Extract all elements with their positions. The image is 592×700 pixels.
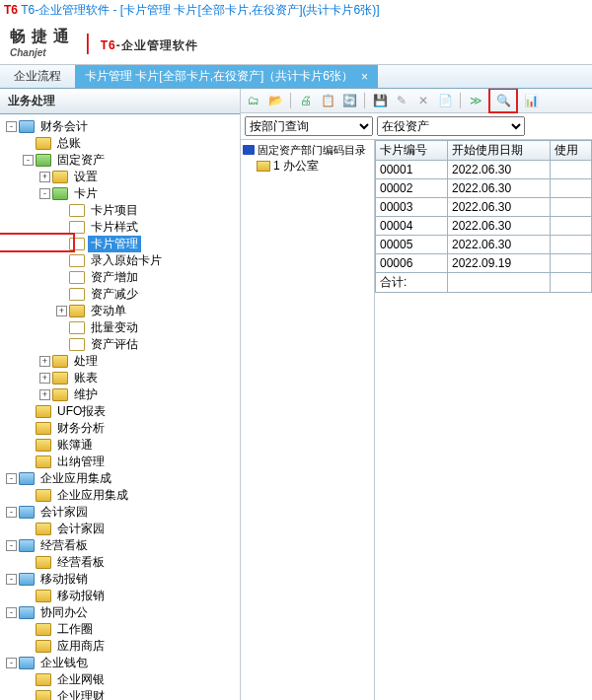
tree-node[interactable]: +账表 [0, 370, 240, 386]
grid-col-header[interactable]: 开始使用日期 [448, 141, 551, 161]
filter-status[interactable]: 在役资产 [377, 116, 525, 136]
folder-icon [36, 623, 51, 636]
tree-node[interactable]: UFO报表 [0, 403, 240, 420]
expander-icon[interactable]: - [6, 121, 17, 132]
expander-icon[interactable]: + [39, 356, 50, 367]
tab-main[interactable]: 企业流程 [0, 65, 75, 88]
tree-node[interactable]: +设置 [0, 169, 240, 185]
tree-node[interactable]: 资产评估 [0, 336, 240, 353]
tree-node[interactable]: -卡片 [0, 185, 240, 202]
book-icon [243, 145, 255, 155]
toolbar-find-button[interactable]: 🔍 [494, 92, 512, 109]
file-icon [69, 271, 85, 284]
expander-icon[interactable]: - [6, 658, 17, 668]
nav-tree[interactable]: -财务会计总账-固定资产+设置-卡片卡片项目卡片样式卡片管理录入原始卡片资产增加… [0, 114, 240, 700]
toolbar-button[interactable]: 📋 [319, 92, 336, 109]
tree-node-label: 工作圈 [54, 621, 96, 638]
expander-icon[interactable]: - [6, 540, 17, 551]
tree-node[interactable]: 工作圈 [0, 621, 240, 638]
tree-node[interactable]: 企业应用集成 [0, 487, 240, 504]
tree-node-label: 经营看板 [54, 554, 108, 571]
tree-node[interactable]: 卡片样式 [0, 219, 240, 236]
tree-node[interactable]: 总账 [0, 135, 240, 152]
filter-by-dept[interactable]: 按部门查询 [245, 116, 373, 136]
expander-icon[interactable]: + [39, 373, 50, 384]
expander-icon[interactable]: + [39, 389, 50, 400]
tree-node[interactable]: 账簿通 [0, 437, 240, 454]
expander-icon[interactable]: - [6, 574, 17, 585]
expander-icon[interactable]: - [6, 607, 17, 618]
tree-node-label: 卡片项目 [88, 202, 141, 219]
toolbar-button[interactable]: 📄 [436, 92, 454, 109]
tree-node-label: 批量变动 [88, 319, 141, 336]
tree-node[interactable]: 财务分析 [0, 420, 240, 437]
table-row[interactable]: 000042022.06.30 [376, 217, 592, 236]
tree-node[interactable]: -企业应用集成 [0, 470, 240, 487]
folder-icon [36, 137, 51, 150]
table-row[interactable]: 000062022.09.19 [376, 254, 592, 273]
tree-node[interactable]: +处理 [0, 353, 240, 370]
expander-icon[interactable]: - [23, 155, 34, 166]
tree-node[interactable]: 资产减少 [0, 286, 240, 303]
table-row[interactable]: 000052022.06.30 [376, 236, 592, 254]
expander-icon[interactable]: - [6, 473, 17, 484]
toolbar-button[interactable]: 📂 [266, 92, 284, 109]
tree-node[interactable]: -协同办公 [0, 604, 240, 621]
tree-node[interactable]: +变动单 [0, 303, 240, 319]
tree-node-label: 变动单 [88, 303, 129, 319]
folder-icon [36, 154, 51, 167]
folder-icon [19, 539, 35, 552]
expander-icon[interactable]: + [56, 306, 67, 316]
dept-tree-root[interactable]: 固定资产部门编码目录 [243, 142, 372, 158]
toolbar-button[interactable]: ✕ [414, 92, 432, 109]
folder-icon [257, 161, 270, 172]
table-row[interactable]: 000032022.06.30 [376, 198, 592, 217]
tree-node[interactable]: 经营看板 [0, 554, 240, 571]
toolbar-button[interactable]: 📊 [522, 92, 540, 109]
folder-icon [36, 640, 51, 653]
tree-node[interactable]: -财务会计 [0, 118, 240, 135]
tree-node[interactable]: 卡片项目 [0, 202, 240, 219]
tree-node[interactable]: 资产增加 [0, 269, 240, 286]
tree-node[interactable]: 企业理财 [0, 688, 240, 700]
expander-icon[interactable]: + [39, 172, 50, 182]
tree-node[interactable]: 会计家园 [0, 521, 240, 537]
tree-node[interactable]: -企业钱包 [0, 655, 240, 671]
tree-node-label: 财务会计 [37, 118, 91, 135]
expander-icon[interactable]: - [6, 507, 17, 518]
tree-node[interactable]: -固定资产 [0, 152, 240, 169]
toolbar-button[interactable]: 🗂 [245, 92, 262, 109]
dept-tree-item[interactable]: 1 办公室 [243, 158, 372, 174]
toolbar-button[interactable]: ✎ [393, 92, 410, 109]
tree-node[interactable]: 录入原始卡片 [0, 252, 240, 269]
tree-node[interactable]: 移动报销 [0, 588, 240, 604]
table-row[interactable]: 000012022.06.30 [376, 161, 592, 179]
tab-document[interactable]: 卡片管理 卡片[全部卡片,在役资产]（共计卡片6张） × [75, 65, 378, 88]
folder-icon [36, 673, 51, 686]
tree-node[interactable]: 出纳管理 [0, 454, 240, 470]
dept-tree[interactable]: 固定资产部门编码目录 1 办公室 [241, 140, 375, 700]
tree-node[interactable]: 企业网银 [0, 671, 240, 688]
toolbar-button[interactable]: 💾 [371, 92, 389, 109]
expander-icon[interactable]: - [39, 188, 50, 199]
toolbar-button[interactable]: 🖨 [297, 92, 315, 109]
card-grid[interactable]: 卡片编号开始使用日期使用000012022.06.30000022022.06.… [375, 140, 592, 700]
folder-icon [19, 657, 35, 669]
tree-node[interactable]: -移动报销 [0, 571, 240, 588]
tree-node-label: 账表 [71, 370, 101, 386]
tree-node[interactable]: 应用商店 [0, 638, 240, 655]
tree-node[interactable]: -会计家园 [0, 504, 240, 521]
tree-node[interactable]: 卡片管理 [0, 236, 240, 252]
table-row[interactable]: 000022022.06.30 [376, 179, 592, 198]
tree-node-label: 录入原始卡片 [88, 252, 165, 269]
tree-node[interactable]: 批量变动 [0, 319, 240, 336]
close-icon[interactable]: × [361, 70, 368, 84]
tree-node[interactable]: +维护 [0, 386, 240, 403]
highlight-box-toolbar: 🔍 [488, 89, 518, 113]
toolbar-button[interactable]: 🔄 [340, 92, 358, 109]
tree-node[interactable]: -经营看板 [0, 537, 240, 554]
grid-col-header[interactable]: 使用 [550, 141, 591, 161]
toolbar-button[interactable]: ≫ [467, 92, 484, 109]
grid-col-header[interactable]: 卡片编号 [376, 141, 448, 161]
tree-node-label: 会计家园 [54, 521, 108, 537]
